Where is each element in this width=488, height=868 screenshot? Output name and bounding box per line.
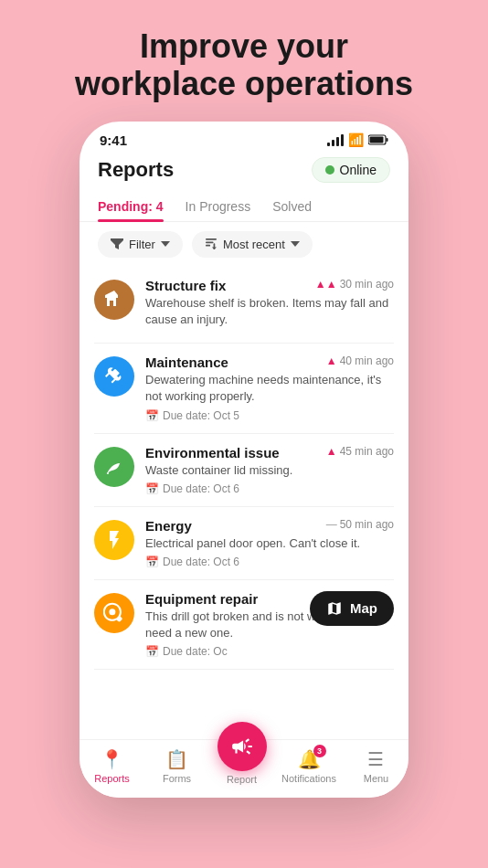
- nav-label-report: Report: [227, 774, 257, 785]
- calendar-icon: 📅: [145, 409, 159, 422]
- status-icons: 📶: [327, 132, 388, 147]
- reports-nav-icon: 📍: [101, 748, 123, 770]
- filter-bar: Filter Most recent: [80, 222, 408, 267]
- priority-icon: ▲: [326, 355, 337, 367]
- wifi-icon: 📶: [348, 132, 364, 147]
- battery-icon: [368, 134, 388, 145]
- priority-icon: ▲: [326, 445, 337, 458]
- calendar-icon: 📅: [145, 556, 159, 568]
- online-dot: [325, 165, 334, 175]
- priority-icon-high: ▲▲: [315, 278, 337, 291]
- list-item[interactable]: Equipment repair This drill got broken a…: [94, 580, 394, 670]
- svg-rect-4: [206, 242, 214, 244]
- report-content: Energy — 50 min ago Electrical panel doo…: [145, 518, 394, 568]
- nav-item-forms[interactable]: 📋 Forms: [152, 748, 202, 784]
- report-content: Structure fix ▲▲ 30 min ago Warehouse sh…: [145, 278, 394, 332]
- filter-icon: [111, 238, 123, 249]
- priority-icon: —: [326, 518, 337, 531]
- sort-icon: [205, 238, 217, 249]
- svg-rect-1: [387, 138, 388, 142]
- report-icon-equipment: [94, 593, 134, 633]
- list-item[interactable]: Environmental issue ▲ 45 min ago Waste c…: [94, 434, 394, 507]
- megaphone-icon: [230, 735, 254, 758]
- report-icon-environment: [94, 447, 134, 487]
- filter-button[interactable]: Filter: [98, 231, 183, 258]
- notifications-nav-icon: 🔔 3: [298, 748, 321, 770]
- nav-label-menu: Menu: [364, 773, 389, 784]
- hero-line1: Improve your: [140, 27, 348, 65]
- forms-nav-icon: 📋: [165, 748, 188, 770]
- svg-rect-2: [370, 137, 384, 143]
- online-label: Online: [340, 163, 377, 177]
- tab-in-progress[interactable]: In Progress: [186, 192, 251, 221]
- report-content: Maintenance ▲ 40 min ago Dewatering mach…: [145, 355, 394, 421]
- chevron-down-icon: [291, 241, 300, 247]
- hero-line2: workplace operations: [75, 65, 413, 102]
- phone-frame: 9:41 📶 Reports Online Pending: 4: [80, 122, 408, 798]
- app-title: Reports: [98, 158, 174, 182]
- nav-label-forms: Forms: [163, 773, 191, 784]
- tab-pending[interactable]: Pending: 4: [98, 192, 164, 221]
- chevron-down-icon: [161, 241, 170, 247]
- sort-button[interactable]: Most recent: [192, 231, 313, 258]
- nav-item-report-fab[interactable]: Report: [217, 747, 267, 785]
- calendar-icon: 📅: [145, 645, 159, 658]
- status-time: 9:41: [100, 132, 127, 148]
- app-header: Reports Online: [80, 153, 408, 192]
- online-badge: Online: [312, 157, 390, 183]
- svg-point-7: [109, 609, 115, 615]
- menu-nav-icon: ☰: [367, 748, 384, 770]
- report-icon-structure: [94, 280, 134, 320]
- nav-label-reports: Reports: [94, 773, 130, 784]
- nav-item-reports[interactable]: 📍 Reports: [87, 748, 137, 784]
- report-header: Structure fix ▲▲ 30 min ago: [145, 278, 394, 293]
- signal-icon: [327, 133, 344, 146]
- nav-label-notifications: Notifications: [281, 773, 336, 784]
- list-item[interactable]: Energy — 50 min ago Electrical panel doo…: [94, 507, 394, 580]
- tabs-bar: Pending: 4 In Progress Solved: [80, 192, 408, 222]
- calendar-icon: 📅: [145, 482, 159, 495]
- svg-rect-3: [206, 238, 217, 240]
- tab-solved[interactable]: Solved: [272, 192, 312, 221]
- map-button[interactable]: Map: [310, 591, 394, 626]
- report-icon-energy: [94, 520, 134, 560]
- nav-item-menu[interactable]: ☰ Menu: [351, 748, 401, 784]
- svg-rect-5: [206, 245, 210, 247]
- list-item[interactable]: Structure fix ▲▲ 30 min ago Warehouse sh…: [94, 267, 394, 344]
- report-header: Energy — 50 min ago: [145, 518, 394, 534]
- list-item[interactable]: Maintenance ▲ 40 min ago Dewatering mach…: [94, 344, 394, 433]
- reports-list: Structure fix ▲▲ 30 min ago Warehouse sh…: [80, 267, 408, 739]
- report-header: Environmental issue ▲ 45 min ago: [145, 445, 394, 460]
- nav-item-notifications[interactable]: 🔔 3 Notifications: [281, 748, 336, 784]
- status-bar: 9:41 📶: [80, 122, 408, 153]
- map-icon: [326, 600, 343, 617]
- bottom-nav: 📍 Reports 📋 Forms Report 🔔 3 Notificatio…: [80, 739, 408, 798]
- report-content: Environmental issue ▲ 45 min ago Waste c…: [145, 445, 394, 495]
- report-header: Maintenance ▲ 40 min ago: [145, 355, 394, 370]
- notification-badge: 3: [313, 745, 326, 757]
- report-fab-button[interactable]: [217, 722, 267, 771]
- report-icon-maintenance: [94, 356, 134, 397]
- hero-section: Improve your workplace operations: [75, 27, 413, 103]
